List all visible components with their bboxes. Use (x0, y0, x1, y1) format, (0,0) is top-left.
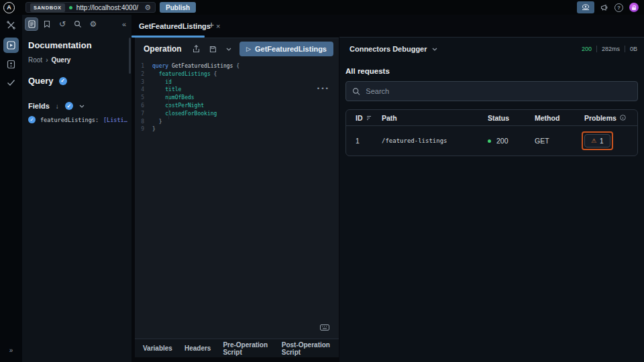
endpoint-url-box[interactable]: SANDBOX http://localhost:4000/ ⚙ (25, 2, 156, 13)
docs-toolbar: ↺ ⚙ « (22, 15, 131, 34)
documentation-panel: ↺ ⚙ « Documentation Root › Query Query ✓… (22, 15, 131, 362)
chevron-right-icon: › (46, 56, 48, 64)
field-list-item[interactable]: ✓ featuredListings: [Listi… (28, 116, 127, 123)
announcements-megaphone-icon[interactable] (600, 4, 608, 11)
expand-rail-button[interactable]: » (0, 347, 22, 354)
sidebar-item-schema[interactable] (0, 60, 22, 69)
indent-guide (168, 78, 169, 119)
top-bar: A SANDBOX http://localhost:4000/ ⚙ Publi… (0, 0, 644, 15)
code-line: 4 title (135, 86, 339, 94)
sort-arrow-icon[interactable]: ↓ (56, 103, 59, 110)
request-method: GET (535, 137, 584, 145)
tab-pre-operation-script[interactable]: Pre-Operation Script (223, 341, 269, 356)
fields-header: Fields ↓ ✓ (28, 102, 85, 110)
share-icon[interactable] (193, 45, 200, 53)
publish-button[interactable]: Publish (160, 2, 196, 13)
request-row[interactable]: 1 /featured-listings 200 GET ⚠ 1 (346, 126, 637, 156)
play-icon: ▷ (246, 46, 251, 52)
bookmark-icon (44, 20, 50, 28)
connectors-debugger-toggle-button[interactable] (577, 1, 594, 13)
field-type-link[interactable]: [Listi… (103, 117, 127, 123)
docs-tab-search[interactable] (71, 17, 85, 31)
gear-icon: ⚙ (90, 19, 97, 29)
size-stat: 0B (630, 46, 637, 52)
code-line: 1query GetFeaturedListings { (135, 62, 339, 70)
docs-tab-documentation[interactable] (25, 17, 38, 31)
code-line: 8 } (135, 118, 339, 126)
status-ok-dot-icon (488, 139, 491, 143)
code-lines: 1query GetFeaturedListings {2 featuredLi… (135, 62, 339, 133)
keyboard-shortcuts-icon[interactable] (320, 324, 329, 330)
graphql-editor[interactable]: 1query GetFeaturedListings {2 featuredLi… (135, 60, 339, 133)
tab-variables[interactable]: Variables (143, 345, 172, 352)
operation-header: Operation ▷ GetFeaturedListings (135, 38, 339, 60)
all-requests-heading: All requests (345, 67, 644, 75)
request-status: 200 (496, 137, 508, 145)
request-path: /featured-listings (382, 137, 488, 144)
duration-stat: 282ms (602, 46, 620, 52)
col-path: Path (382, 114, 488, 122)
docs-tab-settings[interactable]: ⚙ (87, 17, 100, 31)
docs-tab-saved[interactable] (40, 17, 54, 31)
type-heading: Query ✓ (28, 76, 67, 86)
breadcrumb-root[interactable]: Root (28, 56, 42, 64)
field-name: featuredListings: (40, 117, 99, 123)
search-icon (74, 20, 82, 28)
problems-button[interactable]: ⚠ 1 (584, 134, 610, 147)
requests-search-box[interactable] (345, 81, 638, 101)
endpoint-url[interactable]: http://localhost:4000/ (76, 4, 140, 11)
operation-panel: Operation ▷ GetFeaturedListings 1query G… (135, 38, 339, 339)
docs-scrollbar[interactable] (129, 38, 131, 74)
code-line: 2 featuredListings { (135, 70, 339, 78)
connectors-debugger-panel: Connectors Debugger 200 282ms 0B All req… (339, 37, 644, 362)
operation-tab-title: GetFeaturedListings (139, 22, 211, 30)
breadcrumb-current: Query (51, 56, 70, 64)
checkmark-icon (7, 79, 15, 86)
operation-footer-tabs: Variables Headers Pre-Operation Script P… (135, 339, 339, 357)
filter-check-badge-icon[interactable]: ✓ (65, 102, 73, 110)
debugger-header: Connectors Debugger 200 282ms 0B (339, 38, 644, 60)
code-line: 3 id (135, 78, 339, 86)
run-operation-button[interactable]: ▷ GetFeaturedListings (239, 42, 333, 56)
sidebar-item-checks[interactable] (0, 79, 22, 86)
breadcrumb: Root › Query (28, 56, 70, 64)
help-button[interactable]: ? (614, 3, 623, 12)
check-badge-icon: ✓ (59, 77, 67, 85)
status-code-stat: 200 (582, 46, 592, 52)
search-icon (352, 87, 360, 96)
tab-headers[interactable]: Headers (184, 345, 211, 352)
eye-icon (581, 4, 590, 11)
docs-title: Documentation (28, 40, 92, 50)
connection-settings-gear-icon[interactable]: ⚙ (144, 4, 151, 11)
history-icon: ↺ (59, 19, 66, 29)
operation-tab-strip: GetFeaturedListings × + (131, 15, 339, 38)
requests-table: ID Path Status Method Problems 1 /featur… (345, 109, 638, 156)
tab-post-operation-script[interactable]: Post-Operation Script (282, 341, 331, 356)
sidebar-item-explorer[interactable] (3, 38, 19, 53)
new-tab-button[interactable]: + (209, 19, 214, 30)
chevron-down-icon[interactable] (226, 48, 231, 51)
sort-icon[interactable] (366, 115, 372, 121)
search-input[interactable] (366, 87, 631, 95)
editor-menu-kebab-icon[interactable]: ••• (317, 85, 329, 92)
info-icon[interactable] (620, 115, 626, 121)
checklist-icon (7, 60, 15, 69)
response-stats: 200 282ms 0B (582, 46, 637, 52)
sidebar-item-tools[interactable] (0, 21, 22, 29)
request-id: 1 (346, 137, 382, 145)
docs-tab-history[interactable]: ↺ (56, 17, 69, 31)
problems-count: 1 (600, 137, 604, 145)
chevron-down-icon[interactable] (79, 105, 85, 108)
document-icon (28, 20, 36, 28)
operation-panel-title: Operation (144, 44, 182, 54)
code-line: 6 costPerNight (135, 102, 339, 110)
collapse-docs-button[interactable]: « (122, 20, 126, 28)
code-line: 5 numOfBeds (135, 94, 339, 102)
user-avatar[interactable] (629, 3, 639, 12)
close-tab-icon[interactable]: × (216, 22, 220, 30)
save-icon[interactable] (209, 46, 217, 53)
table-header-row: ID Path Status Method Problems (346, 110, 637, 126)
col-method: Method (535, 114, 584, 122)
debugger-title-dropdown[interactable]: Connectors Debugger (350, 45, 437, 53)
chevron-down-icon (432, 48, 437, 51)
